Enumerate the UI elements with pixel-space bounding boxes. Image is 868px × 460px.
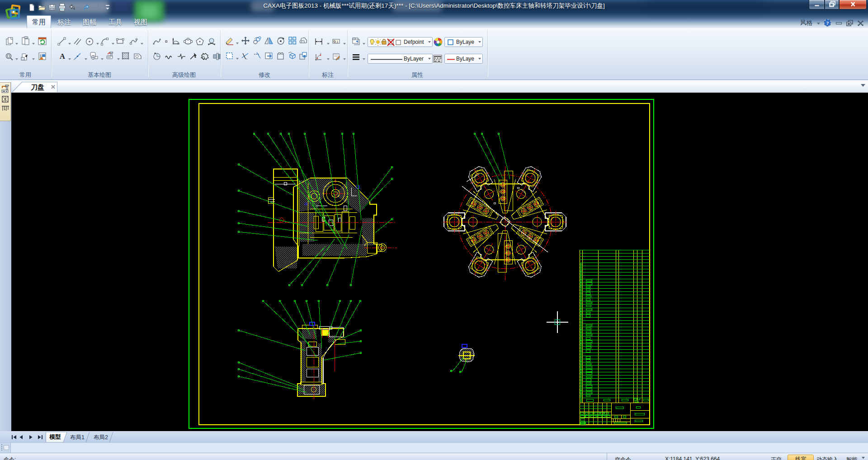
svg-text:?: ? [826, 20, 829, 26]
